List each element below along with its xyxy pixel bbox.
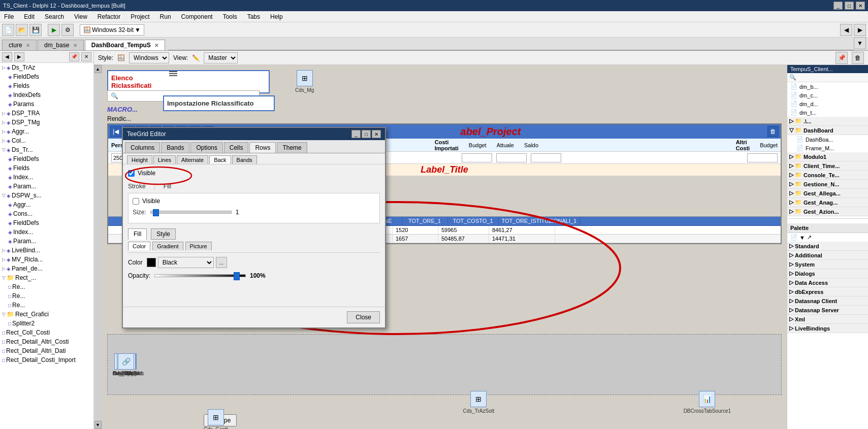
fill-tab-fill[interactable]: Fill (128, 228, 147, 240)
color-tab-color[interactable]: Color (128, 242, 150, 250)
cds-gantt[interactable]: ⊞ Cds_Gantt (204, 409, 228, 430)
palette-dropdown-icon[interactable]: ▼ (799, 235, 805, 241)
right-folder-dashboard[interactable]: ▽📁 DashBoard (787, 126, 868, 135)
tab-bands[interactable]: Bands (161, 142, 189, 153)
subtab-height[interactable]: Height (127, 155, 152, 164)
color-tab-picture[interactable]: Picture (185, 242, 212, 250)
close-button[interactable]: Close (347, 311, 380, 323)
tree-index3[interactable]: ◈ Index... (6, 227, 93, 237)
cds-mg-component[interactable]: ⊞ Cds_Mg (295, 70, 314, 93)
right-item-dm-c[interactable]: 📄dm_c... (787, 91, 868, 100)
style-select[interactable]: Windows (129, 52, 169, 63)
tree-rect-grafici[interactable]: ▽📁 Rect_Grafici (0, 310, 93, 319)
tree-fields[interactable]: ◈ Fields (6, 81, 93, 90)
tb-open[interactable]: 📂 (16, 24, 28, 36)
tab-rows[interactable]: Rows (249, 142, 276, 153)
tree-index2[interactable]: ◈ Index... (6, 173, 93, 182)
tab-dm-base[interactable]: dm_base ✕ (38, 40, 84, 50)
minimize-btn[interactable]: _ (833, 2, 843, 10)
nav-close[interactable]: ✕ (81, 52, 91, 61)
header-tot-costo-1[interactable]: TOT_COSTO_1 (448, 217, 499, 225)
menu-file[interactable]: File (2, 12, 16, 21)
tab-options[interactable]: Options (190, 142, 222, 153)
size-slider-thumb[interactable] (153, 209, 159, 216)
dialog-close[interactable]: ✕ (372, 130, 381, 138)
subtab-bands[interactable]: Bands (232, 155, 257, 164)
tab-overflow[interactable]: ▼ (854, 37, 866, 49)
palette-datasnap-server[interactable]: ▷ Datasnap Server (787, 306, 868, 315)
maximize-btn[interactable]: □ (845, 2, 854, 10)
right-gest-azion[interactable]: ▷📁 Gest_Azion... (787, 207, 868, 216)
costi-saldo-val[interactable] (531, 153, 561, 162)
subtab-alternate[interactable]: Alternate (177, 155, 208, 164)
tab-dm-base-close[interactable]: ✕ (73, 43, 77, 48)
header-tot-ore-ist-1[interactable]: TOT_ORE_ISTITUZIONALI_1 (499, 217, 581, 225)
tab-cture[interactable]: cture ✕ (2, 40, 37, 50)
nav-back[interactable]: ◀ (2, 52, 12, 61)
palette-dbexpress[interactable]: ▷ dbExpress (787, 287, 868, 296)
nav-fwd[interactable]: ▶ (14, 52, 24, 61)
tree-dspw[interactable]: ▽◈ DSPW_s... (0, 191, 93, 200)
tree-rect-detail-altri-costi[interactable]: □ Rect_Detail_Altri_Costi (0, 337, 93, 346)
right-item-dm-b[interactable]: 📄dm_b... (787, 82, 868, 91)
tree-fielddefs2[interactable]: ◈ FieldDefs (6, 154, 93, 163)
dialog-minimize[interactable]: _ (351, 130, 361, 138)
tree-fielddefs3[interactable]: ◈ FieldDefs (6, 218, 93, 227)
tree-dsp-tmg[interactable]: ▷◈ DSP_TMg (0, 118, 93, 127)
palette-system[interactable]: ▷ System (787, 260, 868, 269)
tb-back[interactable]: ◀ (840, 24, 852, 36)
palette-arrow-icon[interactable]: ↗ (807, 234, 812, 241)
palette-xml[interactable]: ▷ Xml (787, 315, 868, 324)
vscroll-up[interactable]: ▲ (94, 65, 102, 73)
tab-dashboard[interactable]: DashBoard_TempuS ✕ (85, 40, 165, 50)
tree-rect-detail-costi[interactable]: □ Rect_Detail_Costi_Import (0, 355, 93, 365)
menu-component[interactable]: Component (179, 12, 215, 21)
right-gest-anag[interactable]: ▷📁 Gest_Anag... (787, 198, 868, 207)
tree-col[interactable]: ▷◈ Col... (0, 136, 93, 145)
palette-dialogs[interactable]: ▷ Dialogs (787, 269, 868, 278)
subtab-lines[interactable]: Lines (153, 155, 176, 164)
menu-edit[interactable]: Edit (22, 12, 37, 21)
rendic-text[interactable]: Rendic... (107, 115, 138, 122)
tree-indexdefs[interactable]: ◈ IndexDefs (6, 90, 93, 100)
bs-wMgAz[interactable]: 🔗 Bs_WMgAz (113, 353, 139, 376)
palette-additional[interactable]: ▷ Additional (787, 251, 868, 260)
menu-view[interactable]: View (72, 12, 89, 21)
hamburger-btn[interactable] (168, 70, 178, 80)
view-delete[interactable]: 🗑 (852, 52, 864, 64)
tree-splitter2[interactable]: □ Splitter2 (6, 319, 93, 328)
tree-rect[interactable]: ▽📁 Rect_... (0, 273, 93, 282)
tree-livebind[interactable]: ▷◈ LiveBind... (0, 246, 93, 255)
altri-budget-val[interactable] (747, 153, 778, 162)
menu-project[interactable]: Project (128, 12, 151, 21)
palette-data-access[interactable]: ▷ Data Access (787, 278, 868, 287)
menu-refactor[interactable]: Refactor (95, 12, 122, 21)
tb-new[interactable]: 📄 (2, 24, 14, 36)
cds-trazsott[interactable]: ⊞ Cds_TrAzSott (463, 391, 494, 414)
tree-aggr[interactable]: ▷◈ Aggr... (0, 127, 93, 136)
right-client-time[interactable]: ▷📁 Client_Time... (787, 161, 868, 171)
tab-theme[interactable]: Theme (277, 142, 307, 153)
fill-tab-style[interactable]: Style (151, 228, 176, 240)
opacity-slider-track[interactable] (154, 274, 246, 277)
tree-param3[interactable]: ◈ Param... (6, 237, 93, 246)
color-ellipsis-btn[interactable]: ... (216, 257, 227, 268)
right-gest-allega[interactable]: ▷📁 Gest_Allega... (787, 189, 868, 198)
tb-fwd[interactable]: ▶ (854, 24, 866, 36)
macro-text[interactable]: MACRO... (107, 106, 138, 113)
grid-delete[interactable]: 🗑 (767, 126, 779, 137)
close-title-btn[interactable]: ✕ (856, 2, 865, 10)
tree-fields2[interactable]: ◈ Fields (6, 163, 93, 173)
costi-attuale-val[interactable] (496, 153, 527, 162)
tree-re2[interactable]: □ Re... (6, 291, 93, 301)
tree-rect-coll[interactable]: □ Rect_Coll_Costi (0, 328, 93, 337)
tree-mv-ricla[interactable]: ▷◈ MV_Ricla... (0, 255, 93, 264)
menu-search[interactable]: Search (43, 12, 66, 21)
stroke-visible-checkbox[interactable] (133, 198, 139, 205)
view-pin[interactable]: 📌 (835, 52, 848, 64)
view-select[interactable]: Master (204, 52, 238, 63)
tree-ds-tr[interactable]: ▽◈ Ds_Tr... (0, 145, 93, 154)
tree-cons[interactable]: ◈ Cons... (6, 209, 93, 218)
tb-run[interactable]: ▶ (48, 24, 60, 36)
right-item-dm-d[interactable]: 📄dm_d... (787, 100, 868, 108)
